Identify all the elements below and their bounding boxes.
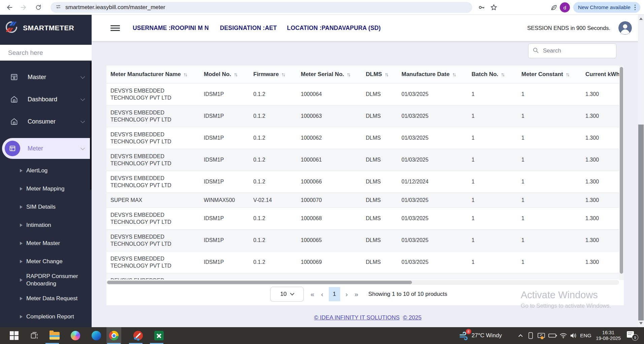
language-indicator[interactable]: ENG	[579, 327, 593, 344]
cast-tray-icon[interactable]	[536, 327, 546, 344]
browser-reload-icon[interactable]	[34, 3, 43, 12]
column-label: Model No.	[204, 71, 231, 77]
column-header-firmware[interactable]: Firmware↑↓	[249, 66, 297, 83]
snip-app-button[interactable]	[131, 327, 146, 344]
footer-year-link[interactable]: © 2025	[403, 314, 421, 321]
battery-tray-icon[interactable]	[548, 327, 558, 344]
weather-label[interactable]: 27°C Windy	[472, 327, 512, 344]
password-key-icon[interactable]	[477, 3, 486, 12]
table-cell: DLMS	[362, 251, 397, 273]
archive-icon	[10, 73, 18, 81]
file-explorer-button[interactable]	[47, 327, 62, 344]
copilot-icon	[71, 331, 80, 340]
address-bar[interactable]: smartmeter.ieasybill.com/master_meter	[51, 2, 472, 13]
weather-widget[interactable]: 8	[458, 327, 470, 344]
column-header-meter-serial-no[interactable]: Meter Serial No.↑↓	[297, 66, 362, 83]
sidebar-subitem-intimation[interactable]: Intimation	[0, 216, 92, 234]
chrome-update-button[interactable]: New Chrome available	[573, 2, 640, 13]
user-avatar[interactable]	[618, 21, 632, 35]
sidebar-subitem-alertlog[interactable]: AlertLog	[0, 162, 92, 180]
sidebar-item-dashboard[interactable]: Dashboard	[0, 88, 92, 110]
bookmark-star-icon[interactable]	[489, 3, 498, 12]
menu-hamburger-icon[interactable]	[110, 25, 120, 31]
app-title: SMARTMETER	[23, 24, 74, 32]
table-cell: DEVSYS EMBEDDED	[106, 273, 619, 279]
scroll-up-arrow-icon[interactable]	[639, 18, 643, 20]
table-cell: V-02.14	[249, 193, 297, 207]
scroll-down-arrow-icon[interactable]	[639, 322, 643, 324]
app-brand: SMARTMETER	[0, 15, 92, 41]
sidebar: SMARTMETER MasterDashboardConsumerMeter …	[0, 15, 92, 327]
column-header-current-kwh[interactable]: Current kWh↑↓	[581, 66, 619, 83]
sidebar-subitem-completion-report[interactable]: Completion Report	[0, 308, 92, 326]
table-search-input[interactable]	[542, 47, 612, 55]
table-hscroll-thumb[interactable]	[107, 281, 412, 284]
table-vscroll-thumb[interactable]	[620, 67, 623, 274]
clock[interactable]: 16:31 19-08-2025	[593, 327, 624, 344]
watermark-subtitle: Go to Settings to activate Windows.	[521, 303, 611, 309]
next-page-button[interactable]: ›	[346, 290, 348, 298]
table-cell: 01/03/2025	[397, 229, 468, 251]
sidebar-subitem-meter-change[interactable]: Meter Change	[0, 252, 92, 271]
excel-button[interactable]	[152, 327, 166, 344]
sidebar-subitem-meter-master[interactable]: Meter Master	[0, 234, 92, 252]
sidebar-subitem-label: SIM Details	[26, 203, 56, 211]
volume-tray-icon[interactable]	[569, 327, 578, 344]
table-cell: 1	[517, 193, 581, 207]
table-cell: DEVSYS EMBEDDED TECHNOLOGY PVT LTD	[106, 105, 200, 127]
browser-back-icon[interactable]	[5, 3, 14, 12]
column-header-manufacture-date[interactable]: Manufacture Date↑↓	[397, 66, 468, 83]
sidebar-subitem-label: Meter Mapping	[26, 185, 64, 193]
table-vertical-scrollbar[interactable]	[619, 66, 624, 280]
sidebar-subitem-rapdrp-consumer-onboarding[interactable]: RAPDRP Consumer Onboarding	[0, 271, 92, 289]
column-header-model-no[interactable]: Model No.↑↓	[200, 66, 249, 83]
notification-center-button[interactable]: 9	[626, 327, 639, 344]
site-settings-icon[interactable]	[55, 4, 61, 11]
sidebar-search-input[interactable]	[0, 45, 92, 61]
tray-expand-button[interactable]	[516, 327, 525, 344]
task-view-button[interactable]	[27, 327, 42, 344]
page-scroll-thumb[interactable]	[638, 125, 644, 320]
browser-menu-icon[interactable]	[635, 5, 636, 10]
grid-icon	[5, 141, 20, 156]
sidebar-item-master[interactable]: Master	[0, 66, 92, 88]
browser-forward-icon[interactable]	[19, 3, 28, 12]
browser-toolbar: smartmeter.ieasybill.com/master_meter d …	[0, 0, 644, 15]
current-page-button[interactable]: 1	[329, 287, 340, 301]
table-cell: SUPER MAX	[106, 193, 200, 207]
table-cell: DEVSYS EMBEDDED TECHNOLOGY PVT LTD	[106, 251, 200, 273]
sidebar-scrollbar[interactable]	[90, 62, 92, 190]
column-label: Meter Constant	[521, 71, 563, 77]
clock-time: 16:31	[602, 330, 614, 336]
column-header-meter-constant[interactable]: Meter Constant↑↓	[517, 66, 581, 83]
page-size-select[interactable]: 10	[270, 287, 304, 302]
table-horizontal-scrollbar[interactable]	[106, 280, 619, 285]
energy-saver-icon[interactable]	[549, 3, 558, 12]
table-cell: 0.1.2	[249, 127, 297, 149]
sidebar-item-meter[interactable]: Meter	[2, 138, 92, 159]
chrome-button[interactable]	[106, 327, 121, 344]
prev-page-button[interactable]: ‹	[321, 290, 323, 298]
sidebar-item-consumer[interactable]: Consumer	[0, 110, 92, 133]
table-cell: IDSM1P	[200, 251, 249, 273]
sidebar-subitem-sim-details[interactable]: SIM Details	[0, 198, 92, 216]
first-page-button[interactable]: «	[311, 290, 314, 298]
table-cell: DLMS	[362, 229, 397, 251]
edge-button[interactable]	[89, 327, 104, 344]
column-header-batch-no[interactable]: Batch No.↑↓	[468, 66, 517, 83]
column-header-meter-manufacturer-name[interactable]: Meter Manufacturer Name↑↓	[106, 66, 200, 83]
last-page-button[interactable]: »	[354, 290, 358, 298]
page-scrollbar[interactable]	[638, 15, 644, 327]
wifi-tray-icon[interactable]	[558, 327, 568, 344]
chevron-down-icon	[80, 146, 85, 150]
footer-company-link[interactable]: © IDEA INFINITY IT SOLUTIONS	[314, 314, 400, 321]
sidebar-subitem-meter-data-request[interactable]: Meter Data Request	[0, 289, 92, 308]
sidebar-subitem-meter-mapping[interactable]: Meter Mapping	[0, 180, 92, 198]
browser-profile-avatar[interactable]: d	[560, 2, 570, 12]
column-header-dlms[interactable]: DLMS↑↓	[362, 66, 397, 83]
phone-link-tray-icon[interactable]	[526, 327, 535, 344]
copilot-button[interactable]	[68, 327, 83, 344]
start-button[interactable]	[7, 327, 22, 344]
header-designation: DESIGNATION :AET	[220, 25, 277, 32]
table-cell: DLMS	[362, 127, 397, 149]
